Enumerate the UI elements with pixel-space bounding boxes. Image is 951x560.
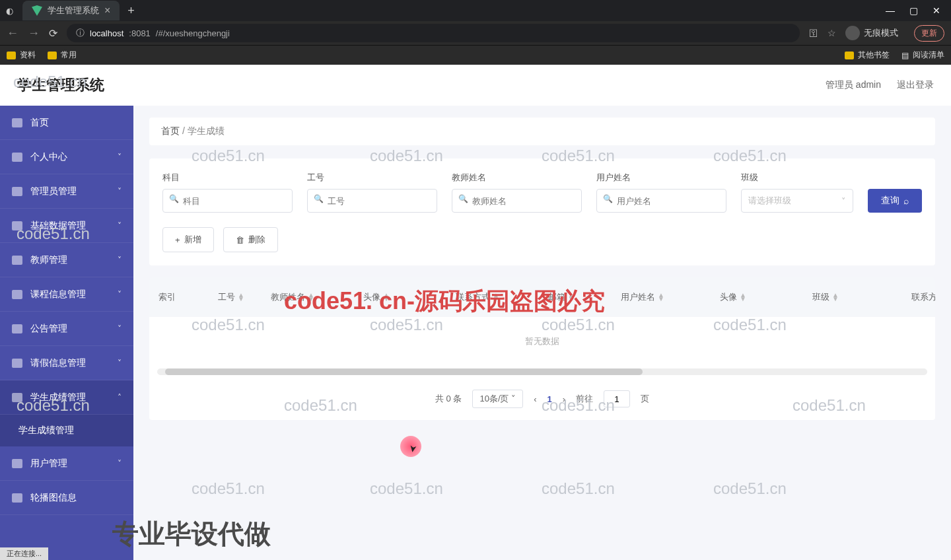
incognito-indicator: 无痕模式 — [845, 26, 898, 40]
course-icon — [12, 290, 22, 299]
users-icon — [12, 459, 22, 468]
th-class[interactable]: 班级▲▼ — [803, 291, 902, 303]
reload-icon[interactable]: ⟳ — [49, 27, 57, 40]
sidebar-item-home[interactable]: 首页 — [0, 106, 133, 140]
bookmark-folder-2[interactable]: 常用 — [48, 50, 77, 61]
window-close-icon[interactable]: ✕ — [933, 5, 940, 16]
trash-icon: 🗑 — [236, 235, 244, 245]
filter-input-subject[interactable] — [162, 189, 293, 213]
filter-input-jobno[interactable] — [307, 189, 437, 213]
window-maximize-icon[interactable]: ▢ — [909, 5, 918, 16]
teacher-icon — [12, 256, 22, 265]
page-number[interactable]: 1 — [547, 394, 551, 404]
other-bookmarks[interactable]: 其他书签 — [845, 50, 890, 61]
sort-icon[interactable]: ▲▼ — [740, 293, 746, 301]
folder-icon — [48, 52, 57, 59]
filter-select-class[interactable]: 请选择班级˅ — [741, 189, 853, 213]
th-phone2[interactable]: 联系方式 — [902, 291, 935, 303]
user-icon — [12, 153, 22, 162]
sidebar-item-admin[interactable]: 管理员管理˅ — [0, 174, 133, 209]
filter-label-subject: 科目 — [162, 172, 293, 184]
sidebar-subitem-grades-manage[interactable]: 学生成绩管理 — [0, 415, 133, 446]
sidebar-item-grades[interactable]: 学生成绩管理˄ — [0, 380, 133, 415]
list-icon: ▤ — [901, 51, 909, 60]
notice-icon — [12, 324, 22, 333]
sort-icon[interactable]: ▲▼ — [238, 293, 244, 301]
close-tab-icon[interactable]: × — [104, 5, 110, 17]
folder-icon — [845, 52, 854, 59]
th-phone1[interactable]: 联系方式▲▼ — [446, 291, 539, 303]
key-icon[interactable]: ⚿ — [809, 28, 818, 38]
table-header: 索引 工号▲▼ 教师姓名▲▼ 头像▲▼ 联系方式▲▼ 邮箱▲▼ 用户姓名▲▼ 头… — [149, 277, 935, 317]
sidebar-item-usermgmt[interactable]: 用户管理˅ — [0, 446, 133, 481]
sort-icon[interactable]: ▲▼ — [658, 293, 664, 301]
cursor-highlight — [400, 436, 421, 457]
url-input[interactable]: ⓘ localhost:8081/#/xueshengchengji — [67, 24, 800, 42]
table-empty: 暂无数据 — [149, 317, 935, 366]
filter-input-username[interactable] — [596, 189, 726, 213]
filter-input-teacher[interactable] — [452, 189, 582, 213]
current-user[interactable]: 管理员 admin — [826, 79, 881, 91]
bookmark-folder-1[interactable]: 资料 — [7, 50, 36, 61]
update-button[interactable]: 更新 — [914, 25, 944, 42]
sort-icon[interactable]: ▲▼ — [493, 293, 499, 301]
app-title: 学生管理系统 — [17, 75, 104, 95]
sort-icon[interactable]: ▲▼ — [308, 293, 314, 301]
horizontal-scrollbar[interactable] — [157, 368, 927, 375]
sidebar-item-teacher[interactable]: 教师管理˅ — [0, 243, 133, 277]
th-username[interactable]: 用户姓名▲▼ — [612, 291, 711, 303]
reading-list[interactable]: ▤阅读清单 — [901, 50, 944, 61]
th-teacher[interactable]: 教师姓名▲▼ — [262, 291, 354, 303]
data-icon — [12, 221, 22, 230]
add-button[interactable]: +新增 — [162, 227, 214, 252]
breadcrumb-home[interactable]: 首页 — [161, 125, 180, 136]
pagination: 共 0 条 10条/页 ˅ ‹ 1 › 前往 页 — [149, 378, 935, 420]
browser-tab[interactable]: 学生管理系统 × — [22, 1, 120, 20]
logout-button[interactable]: 退出登录 — [897, 79, 934, 91]
sort-icon[interactable]: ▲▼ — [832, 293, 839, 301]
sidebar-item-basedata[interactable]: 基础数据管理˅ — [0, 209, 133, 243]
chevron-down-icon: ˅ — [118, 459, 122, 468]
sort-icon[interactable]: ▲▼ — [383, 293, 390, 301]
chevron-down-icon: ˅ — [118, 153, 122, 162]
th-index[interactable]: 索引 — [149, 291, 209, 303]
th-email[interactable]: 邮箱▲▼ — [539, 291, 612, 303]
sidebar-item-carousel[interactable]: 轮播图信息 — [0, 481, 133, 515]
page-goto-input[interactable] — [604, 390, 630, 407]
nav-back-icon[interactable]: ← — [7, 26, 18, 40]
grades-icon — [12, 393, 22, 402]
nav-forward-icon[interactable]: → — [28, 26, 40, 40]
pagination-total: 共 0 条 — [435, 393, 462, 405]
page-prev[interactable]: ‹ — [534, 394, 536, 404]
tab-title: 学生管理系统 — [48, 5, 99, 17]
breadcrumb-current: 学生成绩 — [188, 125, 225, 136]
url-host: localhost — [90, 28, 123, 38]
window-minimize-icon[interactable]: — — [886, 5, 895, 16]
new-tab-button[interactable]: + — [127, 4, 135, 18]
filter-label-username: 用户姓名 — [596, 172, 726, 184]
sidebar-item-course[interactable]: 课程信息管理˅ — [0, 277, 133, 312]
page-next[interactable]: › — [563, 394, 565, 404]
bookmark-bar: 资料 常用 其他书签 ▤阅读清单 — [0, 45, 951, 65]
bookmark-star-icon[interactable]: ☆ — [828, 28, 836, 38]
app-header: 学生管理系统 管理员 admin 退出登录 — [0, 65, 951, 106]
th-jobno[interactable]: 工号▲▼ — [209, 291, 262, 303]
sidebar-item-leave[interactable]: 请假信息管理˅ — [0, 346, 133, 380]
th-avatar1[interactable]: 头像▲▼ — [354, 291, 446, 303]
sidebar-item-profile[interactable]: 个人中心˅ — [0, 140, 133, 174]
chevron-down-icon: ˅ — [118, 359, 122, 368]
sidebar-item-notice[interactable]: 公告管理˅ — [0, 312, 133, 346]
chevron-down-icon: ˅ — [118, 324, 122, 333]
filter-panel: 科目 工号 教师姓名 用户姓名 班级请选择班级˅ 查询⌕ +新增 🗑删除 — [149, 158, 935, 265]
th-avatar2[interactable]: 头像▲▼ — [711, 291, 803, 303]
search-icon: ⌕ — [903, 195, 909, 206]
sort-icon[interactable]: ▲▼ — [568, 293, 575, 301]
delete-button[interactable]: 🗑删除 — [223, 227, 278, 252]
watermark-bottom: 专业毕设代做 — [112, 516, 271, 552]
page-size-select[interactable]: 10条/页 ˅ — [472, 390, 523, 408]
content-area: 首页 / 学生成绩 科目 工号 教师姓名 用户姓名 班级请选择班级˅ 查询⌕ +… — [133, 106, 951, 560]
sidebar: 首页 个人中心˅ 管理员管理˅ 基础数据管理˅ 教师管理˅ 课程信息管理˅ 公告… — [0, 106, 133, 560]
plus-icon: + — [175, 235, 180, 245]
scrollbar-thumb[interactable] — [165, 368, 643, 375]
query-button[interactable]: 查询⌕ — [868, 189, 922, 213]
